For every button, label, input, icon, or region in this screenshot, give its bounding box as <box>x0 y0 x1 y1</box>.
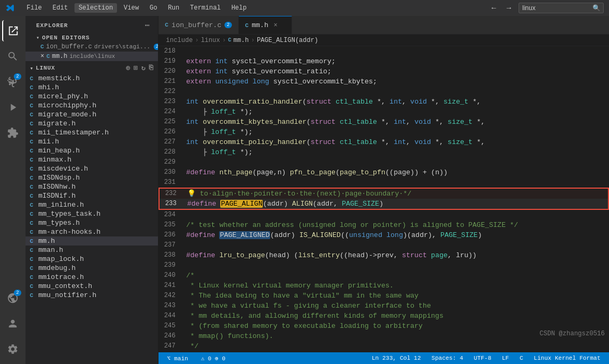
line-number: 220 <box>158 66 184 77</box>
tree-item-mm-h[interactable]: Cmm.h <box>26 236 158 246</box>
tree-item[interactable]: Cmm_inline.h <box>26 200 158 209</box>
tree-item[interactable]: Cmigrate.h <box>26 119 158 128</box>
statusbar-spaces[interactable]: Spaces: 4 <box>429 355 465 361</box>
tab-close-icon[interactable]: × <box>273 22 277 29</box>
line-number: 241 <box>158 281 184 291</box>
page-align-highlight: PAGE_ALIGN <box>220 200 263 208</box>
sidebar-header-icons: ⋯ <box>144 20 152 30</box>
tree-item[interactable]: Cminmax.h <box>26 155 158 164</box>
menu-go[interactable]: Go <box>145 3 161 13</box>
search-activity-icon[interactable] <box>2 46 23 67</box>
nav-back[interactable]: ← <box>488 3 499 13</box>
statusbar-language[interactable]: C <box>518 355 525 361</box>
source-control-icon[interactable]: 2 <box>2 71 23 92</box>
tree-item[interactable]: Cmii.h <box>26 137 158 146</box>
tree-item[interactable]: Cmemstick.h <box>26 74 158 83</box>
code-line-239: 239 <box>158 260 609 270</box>
collapse-icon[interactable]: ⎘ <box>148 63 155 73</box>
statusbar-encoding[interactable]: UTF-8 <box>472 355 494 361</box>
tree-item[interactable]: Cmmiotrace.h <box>26 273 158 282</box>
menu-selection[interactable]: Selection <box>74 3 118 13</box>
new-file-icon[interactable]: ⊕ <box>125 63 132 73</box>
menu-file[interactable]: File <box>22 3 46 13</box>
code-line-241: 241 * Linux kernel virtual memory manage… <box>158 281 609 291</box>
statusbar-ln-col[interactable]: Ln 233, Col 12 <box>370 355 423 361</box>
extensions-icon[interactable] <box>2 122 23 143</box>
statusbar-format[interactable]: Linux Kernel Format <box>532 355 603 361</box>
breadcrumb-include[interactable]: include <box>166 37 193 44</box>
tree-item[interactable]: Cmiscdevice.h <box>26 164 158 173</box>
file-tree: Cmemstick.h Cmhi.h Cmicrel_phy.h Cmicroc… <box>26 74 158 364</box>
line-number: 230 <box>158 167 184 177</box>
tree-item[interactable]: Cmm_types_task.h <box>26 209 158 218</box>
line-number: 244 <box>158 311 184 321</box>
editor-area: C ion_buffer.c 2 C mm.h × include › linu… <box>158 16 609 364</box>
open-editors-label[interactable]: ▾ Open Editors <box>26 32 158 42</box>
more-options-icon[interactable]: ⋯ <box>144 20 152 30</box>
breadcrumb-sep-3: › <box>251 37 255 44</box>
line-content: int overcommit_ratio_handler(struct ctl_… <box>184 97 609 107</box>
open-editor-path: drivers\stagi... <box>94 44 151 50</box>
source-control-badge: 2 <box>14 73 21 80</box>
tree-item[interactable]: Cmm_types.h <box>26 218 158 227</box>
breadcrumb-mmh[interactable]: C mm.h <box>228 37 249 44</box>
menu-view[interactable]: View <box>119 3 143 13</box>
tree-item[interactable]: Cmin_heap.h <box>26 146 158 155</box>
code-line-242: 242 * The idea being to have a "virtual"… <box>158 291 609 301</box>
tree-item[interactable]: Cmmu_notifier.h <box>26 291 158 300</box>
tree-item[interactable]: Cmicrochipphy.h <box>26 101 158 110</box>
tree-item[interactable]: Cmigrate_mode.h <box>26 110 158 119</box>
code-line-229: 229 <box>158 157 609 167</box>
breadcrumb-linux[interactable]: linux <box>201 37 220 44</box>
statusbar-branch[interactable]: ⌥ main <box>165 355 190 362</box>
statusbar-errors[interactable]: ⚠ 0 ⊕ 0 <box>199 355 228 362</box>
breadcrumb-function[interactable]: PAGE_ALIGN(addr) <box>257 37 318 44</box>
tree-item[interactable]: Cmmdebug.h <box>26 264 158 273</box>
menu-run[interactable]: Run <box>164 3 184 13</box>
menu-edit[interactable]: Edit <box>48 3 72 13</box>
code-line-226: 226 ├ loff_t *); <box>158 127 609 137</box>
code-line-223: 223 int overcommit_ratio_handler(struct … <box>158 97 609 107</box>
tab-c-icon: C <box>165 22 169 28</box>
titlebar-search-input[interactable] <box>519 3 604 13</box>
tab-label-2: mm.h <box>252 21 268 29</box>
menu-help[interactable]: Help <box>227 3 251 13</box>
arrow-linux: ▾ <box>30 65 34 72</box>
tree-item[interactable]: Cmm-arch-hooks.h <box>26 227 158 236</box>
code-line-240: 240 /* <box>158 270 609 281</box>
tree-item[interactable]: Cmii_timestamper.h <box>26 128 158 137</box>
statusbar-eol[interactable]: LF <box>500 355 511 361</box>
tree-item[interactable]: CmISDNhw.h <box>26 182 158 191</box>
tree-item[interactable]: CmISDNif.h <box>26 191 158 200</box>
close-icon-x[interactable]: × <box>40 53 44 60</box>
line-content: ├ loff_t *); <box>184 147 609 157</box>
remote-icon[interactable]: 2 <box>2 287 23 309</box>
open-editor-mm-h[interactable]: × C mm.h include\linux <box>26 52 158 61</box>
tab-ion-buffer[interactable]: C ion_buffer.c 2 <box>158 16 239 34</box>
explorer-icon[interactable] <box>2 20 23 41</box>
open-editor-ion-buffer[interactable]: C ion_buffer.c drivers\stagi... 2 × <box>26 42 158 52</box>
tab-badge: 2 <box>224 22 231 28</box>
tree-item[interactable]: Cmmap_lock.h <box>26 255 158 264</box>
tab-mm-h[interactable]: C mm.h × <box>239 16 292 34</box>
highlighted-section: 232 💡 to·align·the·pointer·to·the·(next)… <box>158 188 609 210</box>
tree-item[interactable]: Cmman.h <box>26 246 158 255</box>
tree-item[interactable]: Cmmu_context.h <box>26 282 158 291</box>
new-folder-icon[interactable]: ⊞ <box>132 63 139 73</box>
account-icon[interactable] <box>2 313 23 334</box>
line-number: 237 <box>158 240 184 250</box>
code-area[interactable]: 218 219 extern int sysctl_overcommit_mem… <box>158 46 609 352</box>
menu-terminal[interactable]: Terminal <box>186 3 225 13</box>
line-content: /* test whether an address (unsigned lon… <box>184 220 609 230</box>
tree-item[interactable]: CmISDNdsp.h <box>26 173 158 182</box>
run-debug-icon[interactable] <box>2 97 23 118</box>
refresh-icon[interactable]: ↻ <box>140 63 147 73</box>
line-number: 231 <box>158 177 184 188</box>
settings-icon[interactable] <box>2 338 23 360</box>
line-number: 226 <box>158 127 184 137</box>
nav-forward[interactable]: → <box>504 3 514 13</box>
linux-root[interactable]: ▾ LINUX ⊕ ⊞ ↻ ⎘ <box>26 61 158 74</box>
tree-item[interactable]: Cmhi.h <box>26 83 158 92</box>
tree-item[interactable]: Cmicrel_phy.h <box>26 92 158 101</box>
breadcrumb-file-label: mm.h <box>233 37 249 44</box>
